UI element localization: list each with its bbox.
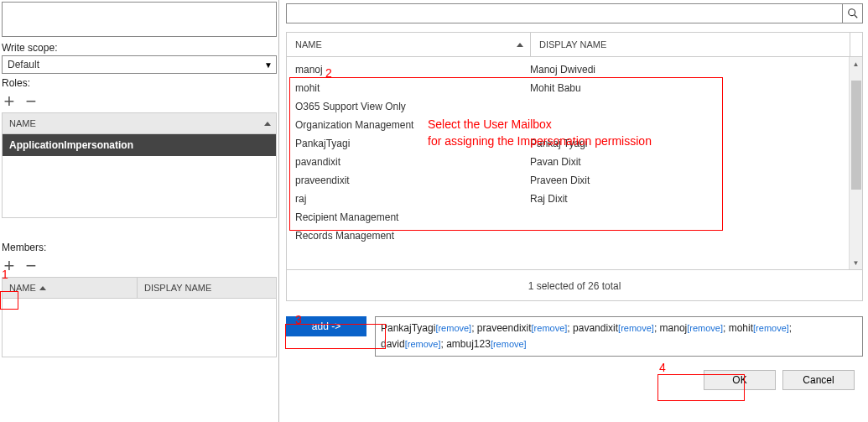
row-display: Pavan Dixit <box>530 156 849 168</box>
add-row: add -> PankajTyagi[remove]; praveendixit… <box>286 316 863 357</box>
cancel-button[interactable]: Cancel <box>782 370 855 390</box>
row-name: Records Management <box>295 230 530 242</box>
row-name: pavandixit <box>295 156 530 168</box>
members-header-display[interactable]: DISPLAY NAME <box>144 283 211 293</box>
annotation-2: 2 <box>325 66 332 80</box>
search-icon[interactable] <box>842 4 862 23</box>
right-pane: NAME DISPLAY NAME manojManoj Dwivedimohi… <box>281 0 868 422</box>
picker-table-header: NAME DISPLAY NAME <box>286 32 863 57</box>
added-entry: david[remove] <box>381 338 440 350</box>
column-divider <box>850 33 850 56</box>
roles-list: ApplicationImpersonation <box>2 134 277 218</box>
table-row[interactable]: O365 Support View Only <box>287 97 849 116</box>
row-display <box>530 119 849 131</box>
picker-list: manojManoj DwivedimohitMohit BabuO365 Su… <box>287 57 849 269</box>
row-name: Recipient Management <box>295 211 530 223</box>
annotation-4: 4 <box>659 361 666 374</box>
members-label: Members: <box>2 242 277 253</box>
picker-list-wrap: manojManoj DwivedimohitMohit BabuO365 Su… <box>286 57 863 270</box>
row-display: Mohit Babu <box>530 82 849 94</box>
table-row[interactable]: Organization Management <box>287 116 849 134</box>
add-role-icon[interactable] <box>2 94 17 109</box>
row-display <box>530 230 849 242</box>
remove-link[interactable]: [remove] <box>491 339 527 349</box>
search-input[interactable] <box>292 7 842 20</box>
row-display <box>530 211 849 223</box>
remove-member-icon[interactable] <box>23 258 39 274</box>
svg-point-0 <box>848 9 855 16</box>
added-entry: pavandixit[remove] <box>573 322 654 334</box>
added-members-box[interactable]: PankajTyagi[remove]; praveendixit[remove… <box>375 316 863 357</box>
table-row[interactable]: praveendixitPraveen Dixit <box>287 171 849 190</box>
added-entry: praveendixit[remove] <box>477 322 568 334</box>
scroll-up-icon[interactable]: ▲ <box>850 57 862 70</box>
blank-box <box>2 2 277 37</box>
table-row[interactable]: pavandixitPavan Dixit <box>287 153 849 171</box>
annotation-3: 3 <box>295 313 302 326</box>
scroll-thumb[interactable] <box>851 81 861 190</box>
roles-header-name[interactable]: NAME <box>9 118 36 128</box>
table-row[interactable]: mohitMohit Babu <box>287 79 849 97</box>
svg-line-1 <box>854 15 857 18</box>
row-name: mohit <box>295 82 530 94</box>
table-row[interactable]: Recipient Management <box>287 208 849 227</box>
annotation-select-text-1: Select the User Mailbox <box>428 117 552 131</box>
left-pane: Write scope: Default ▼ Roles: NAME Appli… <box>0 0 279 422</box>
scroll-down-icon[interactable]: ▼ <box>850 256 862 269</box>
sort-asc-icon <box>39 286 46 290</box>
write-scope-select[interactable]: Default ▼ <box>2 55 277 74</box>
remove-link[interactable]: [remove] <box>618 323 654 333</box>
table-row[interactable]: manojManoj Dwivedi <box>287 60 849 79</box>
added-entry: PankajTyagi[remove] <box>381 322 471 334</box>
row-name: praveendixit <box>295 175 530 186</box>
role-row-selected[interactable]: ApplicationImpersonation <box>3 134 276 156</box>
row-display <box>530 101 849 112</box>
table-row[interactable]: Records Management <box>287 227 849 245</box>
remove-role-icon[interactable] <box>23 94 39 109</box>
remove-link[interactable]: [remove] <box>405 339 441 349</box>
members-body <box>2 299 277 357</box>
members-icon-row <box>2 258 277 274</box>
footer-buttons: OK Cancel <box>284 370 855 390</box>
remove-link[interactable]: [remove] <box>532 323 568 333</box>
row-display: Praveen Dixit <box>530 175 849 186</box>
remove-link[interactable]: [remove] <box>753 323 789 333</box>
picker-header-name[interactable]: NAME <box>295 39 322 49</box>
row-display: Raj Dixit <box>530 193 849 205</box>
row-name: O365 Support View Only <box>295 101 530 112</box>
added-entry: ambuj123[remove] <box>446 338 527 350</box>
searchbar <box>286 3 863 23</box>
row-display: Manoj Dwivedi <box>530 64 849 76</box>
sort-asc-icon <box>264 122 271 126</box>
selection-status: 1 selected of 26 total <box>286 270 863 301</box>
annotation-1: 1 <box>2 268 8 281</box>
added-entry: manoj[remove] <box>660 322 723 334</box>
remove-link[interactable]: [remove] <box>687 323 723 333</box>
members-header-name[interactable]: NAME <box>9 283 36 293</box>
added-entry: mohit[remove] <box>729 322 789 334</box>
roles-icon-row <box>2 94 277 109</box>
roles-table-header: NAME <box>2 112 277 134</box>
write-scope-value: Default <box>8 59 39 70</box>
row-name: raj <box>295 193 530 205</box>
write-scope-label: Write scope: <box>2 42 277 54</box>
roles-label: Roles: <box>2 77 277 89</box>
picker-header-display[interactable]: DISPLAY NAME <box>539 39 606 49</box>
remove-link[interactable]: [remove] <box>435 323 471 333</box>
ok-button[interactable]: OK <box>704 370 776 390</box>
sort-asc-icon <box>517 43 523 47</box>
table-row[interactable]: rajRaj Dixit <box>287 190 849 208</box>
annotation-select-text-2: for assigning the Impersonation permissi… <box>428 134 652 148</box>
chevron-down-icon: ▼ <box>264 60 273 70</box>
scrollbar[interactable]: ▲ ▼ <box>849 57 862 269</box>
members-table-header: NAME DISPLAY NAME <box>2 277 277 299</box>
